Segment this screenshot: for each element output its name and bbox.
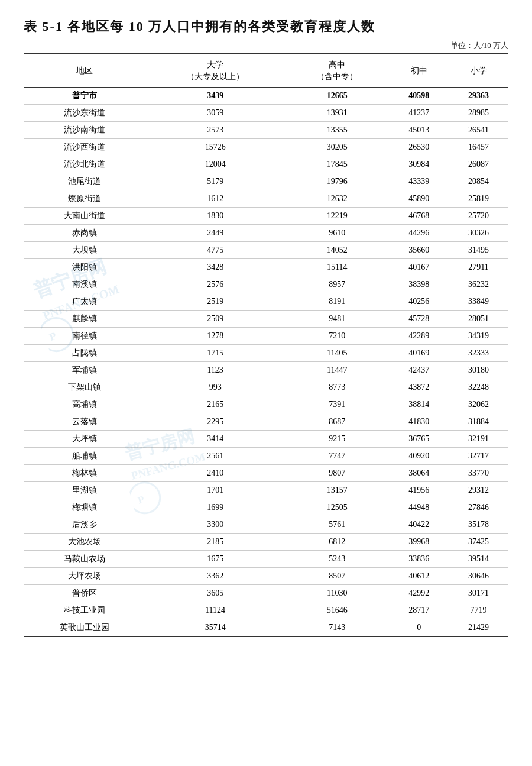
cell-gaozhong: 7391 [285,396,389,413]
cell-daxue: 3605 [145,585,285,602]
cell-area: 洪阳镇 [24,259,145,276]
cell-xiaoxue: 30171 [449,585,508,602]
cell-daxue: 1612 [145,190,285,208]
table-row: 云落镇229586874183031884 [24,413,508,431]
cell-xiaoxue: 33770 [449,465,508,482]
col-gaozhong-line2: （含中专） [316,72,358,81]
cell-gaozhong: 11030 [285,585,389,602]
cell-chuzhong: 42437 [389,362,449,379]
cell-area: 普侨区 [24,585,145,602]
cell-area: 船埔镇 [24,448,145,465]
cell-area: 赤岗镇 [24,225,145,242]
cell-xiaoxue: 32333 [449,345,508,362]
cell-chuzhong: 26530 [389,139,449,156]
cell-gaozhong: 13931 [285,105,389,122]
cell-daxue: 3428 [145,259,285,276]
cell-xiaoxue: 21429 [449,619,508,637]
cell-daxue: 2519 [145,293,285,311]
cell-gaozhong: 5761 [285,516,389,534]
cell-gaozhong: 9807 [285,465,389,482]
cell-area: 池尾街道 [24,173,145,190]
col-header-chuzhong: 初中 [389,54,449,88]
cell-area: 里湖镇 [24,482,145,499]
cell-area: 南溪镇 [24,276,145,293]
col-header-daxue: 大学 （大专及以上） [145,54,285,88]
cell-gaozhong: 8191 [285,293,389,311]
cell-area: 燎原街道 [24,190,145,208]
table-row: 下架山镇99387734387232248 [24,379,508,396]
cell-gaozhong: 9481 [285,311,389,328]
cell-xiaoxue: 16457 [449,139,508,156]
cell-area: 梅林镇 [24,465,145,482]
cell-gaozhong: 12632 [285,190,389,208]
cell-xiaoxue: 27911 [449,259,508,276]
cell-daxue: 4775 [145,242,285,259]
cell-gaozhong: 12665 [285,88,389,105]
cell-chuzhong: 40256 [389,293,449,311]
cell-chuzhong: 45890 [389,190,449,208]
cell-gaozhong: 7143 [285,619,389,637]
table-row: 占陇镇1715114054016932333 [24,345,508,362]
cell-chuzhong: 40612 [389,568,449,585]
cell-gaozhong: 7210 [285,328,389,345]
page-title: 表 5-1 各地区每 10 万人口中拥有的各类受教育程度人数 [24,18,508,35]
cell-area: 大池农场 [24,534,145,551]
table-row: 军埔镇1123114474243730180 [24,362,508,379]
table-row: 马鞍山农场167552433383639514 [24,551,508,568]
cell-chuzhong: 30984 [389,156,449,173]
cell-xiaoxue: 7719 [449,602,508,619]
table-row: 后溪乡330057614042235178 [24,516,508,534]
cell-daxue: 2410 [145,465,285,482]
cell-daxue: 2449 [145,225,285,242]
cell-gaozhong: 13157 [285,482,389,499]
cell-area: 高埔镇 [24,396,145,413]
cell-chuzhong: 40422 [389,516,449,534]
cell-chuzhong: 46768 [389,208,449,225]
table-row: 流沙东街道3059139314123728985 [24,105,508,122]
cell-chuzhong: 28717 [389,602,449,619]
cell-xiaoxue: 26087 [449,156,508,173]
col-gaozhong-line1: 高中 [329,60,345,69]
cell-daxue: 3300 [145,516,285,534]
cell-xiaoxue: 29312 [449,482,508,499]
cell-chuzhong: 41830 [389,413,449,431]
table-row: 燎原街道1612126324589025819 [24,190,508,208]
table-row: 流沙西街道15726302052653016457 [24,139,508,156]
table-row: 科技工业园1112451646287177719 [24,602,508,619]
cell-xiaoxue: 28051 [449,311,508,328]
cell-area: 梅塘镇 [24,499,145,516]
cell-daxue: 5179 [145,173,285,190]
table-row: 大坪农场336285074061230646 [24,568,508,585]
table-row: 大南山街道1830122194676825720 [24,208,508,225]
col-header-area: 地区 [24,54,145,88]
cell-gaozhong: 8773 [285,379,389,396]
cell-xiaoxue: 30326 [449,225,508,242]
cell-xiaoxue: 34319 [449,328,508,345]
cell-xiaoxue: 33849 [449,293,508,311]
cell-daxue: 1123 [145,362,285,379]
cell-chuzhong: 45728 [389,311,449,328]
table-row: 大池农场218568123996837425 [24,534,508,551]
cell-xiaoxue: 30646 [449,568,508,585]
cell-xiaoxue: 31495 [449,242,508,259]
col-header-gaozhong: 高中 （含中专） [285,54,389,88]
cell-xiaoxue: 36232 [449,276,508,293]
cell-chuzhong: 43872 [389,379,449,396]
cell-daxue: 3439 [145,88,285,105]
cell-xiaoxue: 26541 [449,122,508,139]
cell-area: 大坪农场 [24,568,145,585]
table-row: 普宁市3439126654059829363 [24,88,508,105]
cell-chuzhong: 41237 [389,105,449,122]
cell-gaozhong: 12219 [285,208,389,225]
cell-gaozhong: 11405 [285,345,389,362]
table-row: 洪阳镇3428151144016727911 [24,259,508,276]
table-row: 高埔镇216573913881432062 [24,396,508,413]
cell-area: 科技工业园 [24,602,145,619]
cell-xiaoxue: 30180 [449,362,508,379]
cell-xiaoxue: 37425 [449,534,508,551]
cell-area: 流沙东街道 [24,105,145,122]
cell-daxue: 2576 [145,276,285,293]
table-row: 英歌山工业园357147143021429 [24,619,508,637]
cell-daxue: 12004 [145,156,285,173]
cell-chuzhong: 40920 [389,448,449,465]
